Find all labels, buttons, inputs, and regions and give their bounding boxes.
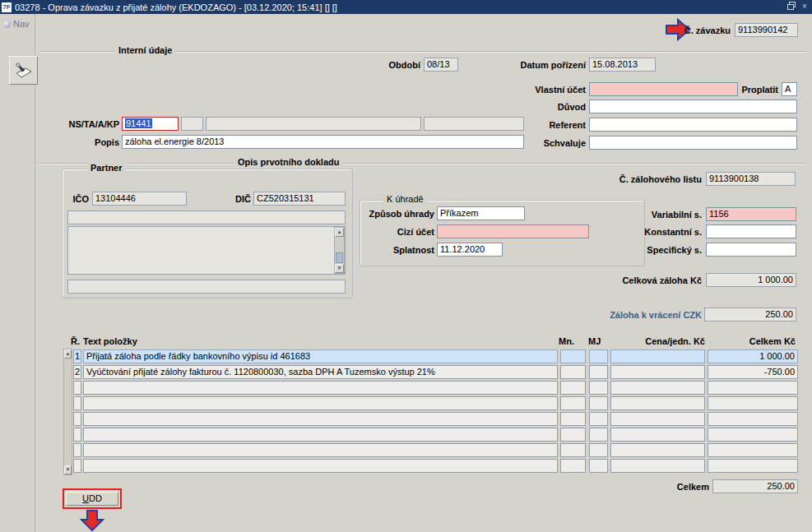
cell-r[interactable] xyxy=(73,381,81,395)
cell-r[interactable]: 2 xyxy=(73,365,81,379)
cell-cena[interactable] xyxy=(610,459,705,473)
cell-mn[interactable] xyxy=(560,396,586,410)
cell-text[interactable] xyxy=(83,459,558,473)
close-icon[interactable]: × xyxy=(800,2,810,12)
cell-celkem[interactable] xyxy=(708,459,798,473)
hand-write-button[interactable] xyxy=(9,56,38,85)
cell-celkem[interactable] xyxy=(708,412,798,426)
celkem-field: 250.00 xyxy=(712,479,798,493)
zpusob-uhrady-field[interactable]: Příkazem xyxy=(437,206,525,220)
splatnost-field[interactable]: 11.12.2020 xyxy=(437,243,503,257)
cell-celkem[interactable]: 1 000.00 xyxy=(708,349,798,363)
scroll-thumb[interactable] xyxy=(336,252,343,263)
cizi-ucet-field[interactable] xyxy=(437,224,589,238)
cell-mn[interactable] xyxy=(560,349,586,363)
table-row[interactable] xyxy=(0,443,812,457)
cell-mj[interactable] xyxy=(589,381,608,395)
cell-cena[interactable] xyxy=(610,428,705,442)
table-row[interactable] xyxy=(0,412,812,426)
scroll-down-icon[interactable]: ▼ xyxy=(335,264,344,273)
ico-label: IČO xyxy=(64,194,89,204)
table-row[interactable] xyxy=(0,459,812,473)
cell-cena[interactable] xyxy=(610,381,705,395)
popis-field[interactable]: záloha el.energie 8/2013 xyxy=(122,135,524,149)
cell-celkem[interactable] xyxy=(708,396,798,410)
cell-mn[interactable] xyxy=(560,381,586,395)
zavazek-field[interactable]: 9113990142 xyxy=(735,23,798,37)
variabilni-label: Variabilní s. xyxy=(621,210,702,220)
dic-field[interactable]: CZ520315131 xyxy=(253,192,346,206)
a-field[interactable] xyxy=(206,117,421,131)
cell-r[interactable]: 1 xyxy=(73,349,81,363)
datum-porizeni-field[interactable]: 15.08.2013 xyxy=(589,58,656,72)
cell-r[interactable] xyxy=(73,412,81,426)
ta-field[interactable] xyxy=(181,117,203,131)
variabilni-field[interactable]: 1156 xyxy=(706,207,796,221)
cell-celkem[interactable] xyxy=(708,428,798,442)
cell-cena[interactable] xyxy=(610,396,705,410)
cell-cena[interactable] xyxy=(610,412,705,426)
scroll-up-icon[interactable]: ▲ xyxy=(335,228,344,237)
table-row[interactable]: 1 Přijatá záloha podle řádky bankovního … xyxy=(0,349,812,363)
cell-text[interactable] xyxy=(83,381,558,395)
cell-mj[interactable] xyxy=(589,459,608,473)
cell-mj[interactable] xyxy=(589,412,608,426)
zalohovy-list-field[interactable]: 9113900138 xyxy=(706,172,796,186)
partner-address-field[interactable] xyxy=(67,226,346,275)
partner-address-scrollbar[interactable]: ▲ ▼ xyxy=(334,227,345,274)
nav-group[interactable]: Nav xyxy=(3,19,30,29)
splatnost-label: Splatnost xyxy=(364,245,434,255)
cell-mn[interactable] xyxy=(560,412,586,426)
cell-r[interactable] xyxy=(73,443,81,457)
konstantni-field[interactable] xyxy=(706,224,796,238)
cell-mj[interactable] xyxy=(589,396,608,410)
celkova-zaloha-label: Celková záloha Kč xyxy=(588,275,702,285)
cell-r[interactable] xyxy=(73,428,81,442)
cell-mn[interactable] xyxy=(560,428,586,442)
partner-city-field[interactable] xyxy=(67,280,346,294)
referent-field[interactable] xyxy=(589,118,797,132)
cell-mj[interactable] xyxy=(589,443,608,457)
cell-cena[interactable] xyxy=(610,365,705,379)
table-row[interactable] xyxy=(0,396,812,410)
table-row[interactable] xyxy=(0,428,812,442)
cell-text[interactable] xyxy=(83,396,558,410)
cell-celkem[interactable] xyxy=(708,381,798,395)
vlastni-ucet-field[interactable] xyxy=(589,82,738,96)
opis-section-line xyxy=(38,163,805,164)
table-row[interactable] xyxy=(0,381,812,395)
proplatit-field[interactable]: A xyxy=(782,82,797,96)
cell-mj[interactable] xyxy=(589,365,608,379)
cell-text[interactable] xyxy=(83,443,558,457)
schvaluje-label: Schvaluje xyxy=(494,138,586,148)
cell-text[interactable]: Vyúčtování přijaté zálohy fakturou č. 11… xyxy=(83,365,558,379)
duvod-field[interactable] xyxy=(589,99,797,113)
ns-field[interactable]: 91441 xyxy=(122,117,179,131)
cell-text[interactable]: Přijatá záloha podle řádky bankovního vý… xyxy=(83,349,558,363)
cell-text[interactable] xyxy=(83,412,558,426)
konstantni-label: Konstantní s. xyxy=(621,227,702,237)
col-header-text: Text položky xyxy=(83,336,137,346)
restore-icon[interactable] xyxy=(786,2,796,12)
udd-button[interactable]: UDD xyxy=(66,492,118,506)
specificky-field[interactable] xyxy=(706,243,796,257)
cell-mn[interactable] xyxy=(560,459,586,473)
cell-celkem[interactable]: -750.00 xyxy=(708,365,798,379)
cell-mj[interactable] xyxy=(589,349,608,363)
schvaluje-field[interactable] xyxy=(589,136,797,150)
cell-mj[interactable] xyxy=(589,428,608,442)
cell-r[interactable] xyxy=(73,459,81,473)
nstaakp-label: NS/TA/A/KP xyxy=(38,119,119,129)
partner-name-field[interactable] xyxy=(67,210,346,224)
ico-field[interactable]: 13104446 xyxy=(92,192,187,206)
cell-mn[interactable] xyxy=(560,443,586,457)
table-row[interactable]: 2 Vyúčtování přijaté zálohy fakturou č. … xyxy=(0,365,812,379)
cell-mn[interactable] xyxy=(560,365,586,379)
cell-cena[interactable] xyxy=(610,349,705,363)
cell-r[interactable] xyxy=(73,396,81,410)
obdobi-field[interactable]: 08/13 xyxy=(424,58,458,72)
cell-celkem[interactable] xyxy=(708,443,798,457)
cell-text[interactable] xyxy=(83,428,558,442)
cell-cena[interactable] xyxy=(610,443,705,457)
celkem-label: Celkem xyxy=(627,482,709,492)
